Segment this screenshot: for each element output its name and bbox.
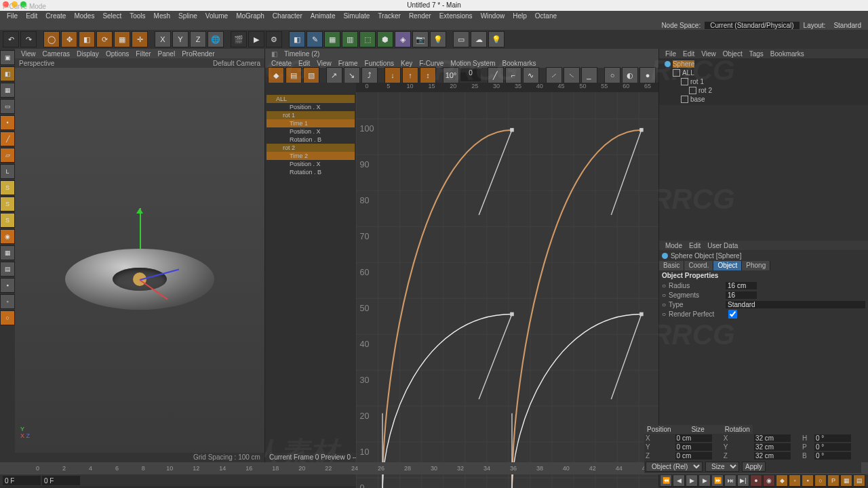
- menu-create[interactable]: Create: [41, 12, 70, 20]
- tl-tree-item[interactable]: Rotation . B: [267, 136, 355, 144]
- obj-tree-item[interactable]: Sphere: [662, 60, 865, 68]
- vp-menu-cameras[interactable]: Cameras: [39, 50, 74, 58]
- next-frame-icon[interactable]: ▶: [698, 474, 711, 487]
- prev-frame-icon[interactable]: ◀: [673, 474, 685, 487]
- texture-mode-icon[interactable]: ▦: [0, 83, 15, 98]
- workplane-icon[interactable]: ▭: [0, 99, 15, 114]
- tl-tree-item[interactable]: rot 1: [267, 111, 355, 119]
- tl-t6-icon[interactable]: ↕: [420, 67, 436, 83]
- move-icon[interactable]: ✥: [61, 31, 77, 47]
- tl-key-icon[interactable]: ◆: [268, 67, 284, 83]
- menu-file[interactable]: File: [3, 12, 22, 20]
- segments-field[interactable]: 16: [726, 291, 757, 299]
- tl-fc-icon[interactable]: ▧: [303, 67, 319, 83]
- tl-tree-item[interactable]: Time 2: [267, 152, 355, 160]
- light-icon[interactable]: 💡: [430, 31, 446, 47]
- tl-menu-item[interactable]: Motion System: [447, 60, 498, 67]
- play-icon[interactable]: ▶: [686, 474, 698, 487]
- menu-window[interactable]: Window: [477, 12, 509, 20]
- snap2-icon[interactable]: S: [0, 197, 15, 211]
- obj-menu-item[interactable]: View: [698, 50, 719, 58]
- menu-help[interactable]: Help: [509, 12, 531, 20]
- live-select-icon[interactable]: ◯: [43, 31, 60, 47]
- camera-icon[interactable]: 📷: [412, 31, 429, 47]
- tl-tree-item[interactable]: Time 1: [267, 119, 355, 127]
- tl-spl-icon[interactable]: ∿: [523, 67, 539, 83]
- render-settings-icon[interactable]: ⚙: [266, 31, 282, 47]
- place-icon[interactable]: ✛: [132, 31, 148, 47]
- type-field[interactable]: Standard: [726, 301, 865, 308]
- axis-x-icon[interactable]: X: [155, 31, 171, 47]
- tl-tree-item[interactable]: ALL: [267, 95, 355, 103]
- tl-tree-item[interactable]: Position . X: [267, 103, 355, 111]
- coord-pos-field[interactable]: [675, 434, 712, 442]
- tl-lin-icon[interactable]: ╱: [488, 67, 504, 83]
- coord-size-field[interactable]: [754, 434, 791, 442]
- tl-t7-icon[interactable]: 10°: [443, 67, 459, 83]
- attr-tab[interactable]: Coord.: [684, 261, 713, 270]
- obj-menu-item[interactable]: Object: [719, 50, 746, 58]
- key-sel-icon[interactable]: ◆: [776, 474, 788, 487]
- tl-tree-item[interactable]: Position . X: [267, 160, 355, 168]
- tl-ease3-icon[interactable]: ⎯: [581, 67, 597, 83]
- key-scale-icon[interactable]: ▪: [802, 474, 814, 487]
- timeline-tree[interactable]: F-Curve Mode ALLPosition . Xrot 1Time 1P…: [265, 83, 356, 453]
- tl-tree-item[interactable]: Rotation . B: [267, 168, 355, 176]
- obj-menu-item[interactable]: File: [662, 50, 679, 58]
- record-icon[interactable]: ●: [750, 474, 762, 487]
- point-mode-icon[interactable]: •: [0, 115, 15, 130]
- sky-icon[interactable]: ☁: [471, 31, 487, 47]
- tl-t5-icon[interactable]: ↑: [402, 67, 418, 83]
- menu-render[interactable]: Render: [405, 12, 435, 20]
- radius-field[interactable]: 16 cm: [726, 282, 757, 289]
- coord-pos-field[interactable]: [675, 452, 712, 460]
- tl-angle-val[interactable]: 0: [460, 69, 481, 81]
- misc1-icon[interactable]: ▪: [0, 278, 15, 293]
- array-icon[interactable]: ⬚: [359, 31, 376, 47]
- redo-icon[interactable]: ↷: [20, 31, 37, 47]
- tl-t2-icon[interactable]: ↘: [344, 67, 360, 83]
- cloner-icon[interactable]: ⬢: [377, 31, 393, 47]
- tl-c3-icon[interactable]: ●: [639, 67, 656, 83]
- range-start-field[interactable]: [3, 476, 41, 485]
- tl-c1-icon[interactable]: ○: [604, 67, 620, 83]
- snap3-icon[interactable]: S: [0, 213, 15, 228]
- poly-mode-icon[interactable]: ▱: [0, 148, 15, 163]
- obj-menu-item[interactable]: Tags: [746, 50, 767, 58]
- tl-dope-icon[interactable]: ▤: [285, 67, 302, 83]
- scale-icon[interactable]: ◧: [79, 31, 95, 47]
- menu-character[interactable]: Character: [269, 12, 307, 20]
- key-rot-icon[interactable]: ○: [814, 474, 827, 487]
- tl-c2-icon[interactable]: ◐: [622, 67, 638, 83]
- tl-menu-item[interactable]: View: [313, 60, 335, 67]
- goto-end-icon[interactable]: ⏭: [724, 474, 736, 487]
- next-key-icon[interactable]: ⏩: [711, 474, 724, 487]
- coord-rot-field[interactable]: [814, 452, 851, 460]
- render-bulb-icon[interactable]: 💡: [488, 31, 505, 47]
- axis-y-handle[interactable]: [140, 208, 141, 249]
- tl-menu-item[interactable]: Frame: [335, 60, 361, 67]
- coord-mode-select[interactable]: Object (Rel): [646, 462, 703, 472]
- misc3-icon[interactable]: ○: [0, 310, 15, 325]
- menu-animate[interactable]: Animate: [307, 12, 340, 20]
- tl-t4-icon[interactable]: ↓: [384, 67, 401, 83]
- key-param-icon[interactable]: P: [827, 474, 840, 487]
- attr-menu-item[interactable]: User Data: [704, 242, 741, 249]
- tl-menu-item[interactable]: Edit: [295, 60, 313, 67]
- tl-ease2-icon[interactable]: ⟍: [564, 67, 580, 83]
- render-perfect-checkbox[interactable]: [728, 310, 737, 319]
- axis-z-icon[interactable]: Z: [190, 31, 206, 47]
- range-loop-start-field[interactable]: [42, 476, 80, 485]
- subdiv-icon[interactable]: ▦: [324, 31, 340, 47]
- key-opt-icon[interactable]: ▤: [853, 474, 865, 487]
- pen-icon[interactable]: ✎: [307, 31, 323, 47]
- autokey-icon[interactable]: ◉: [763, 474, 775, 487]
- tl-menu-item[interactable]: Functions: [361, 60, 397, 67]
- vp-menu-prorender[interactable]: ProRender: [178, 50, 218, 58]
- snap1-icon[interactable]: S: [0, 180, 15, 195]
- axis-y-icon[interactable]: Y: [172, 31, 189, 47]
- attr-tabs[interactable]: BasicCoord.ObjectPhong: [659, 261, 868, 270]
- fcurve-graph[interactable]: 0102030405060708090100 051015: [356, 83, 658, 453]
- menu-extensions[interactable]: Extensions: [435, 12, 477, 20]
- menu-select[interactable]: Select: [98, 12, 125, 20]
